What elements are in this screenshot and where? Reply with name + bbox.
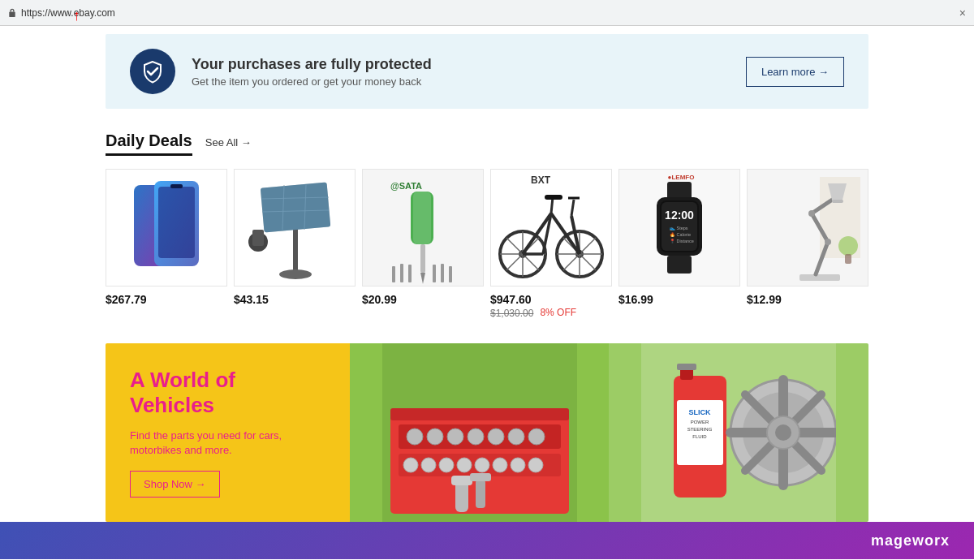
shield-icon-circle [130, 49, 175, 94]
bike-original-price: $1,030.00 [490, 308, 533, 319]
bike-image-svg: BXT [494, 169, 608, 286]
svg-point-84 [457, 458, 472, 472]
screwdriver-image-svg: @SATA [366, 169, 480, 286]
svg-point-74 [427, 429, 443, 445]
svg-rect-5 [293, 226, 298, 274]
vehicles-middle-image [350, 343, 610, 522]
protection-subtitle: Get the item you ordered or get your mon… [192, 75, 432, 88]
svg-text:@SATA: @SATA [390, 181, 422, 191]
svg-rect-12 [261, 183, 330, 233]
svg-text:12:00: 12:00 [665, 209, 694, 222]
product-card-watch[interactable]: ●LEMFO 12:00 👟 Steps [618, 169, 740, 319]
shield-check-icon [140, 58, 166, 84]
svg-rect-24 [441, 264, 444, 282]
solar-image-svg [238, 169, 351, 286]
svg-rect-18 [420, 244, 425, 273]
svg-rect-64 [832, 200, 843, 203]
svg-point-87 [511, 458, 525, 472]
mageworx-footer: mageworx [0, 522, 974, 559]
bike-price-row: $1,030.00 8% OFF [490, 306, 612, 319]
product-price-lamp: $12.99 [747, 293, 868, 306]
vehicles-title: A World of Vehicles [130, 368, 325, 418]
svg-rect-59 [799, 274, 840, 281]
vehicles-products-svg: SLICK POWER STEERING FLUID [641, 343, 836, 522]
products-grid: $267.79 [106, 169, 868, 319]
svg-rect-50 [667, 256, 692, 274]
product-price-screwdriver: $20.99 [362, 293, 484, 306]
svg-rect-22 [408, 265, 412, 282]
vehicles-left: A World of Vehicles Find the parts you n… [106, 343, 350, 522]
svg-text:●LEMFO: ●LEMFO [668, 174, 695, 181]
svg-point-81 [403, 458, 418, 472]
svg-rect-4 [170, 184, 183, 188]
svg-text:📍 Distance: 📍 Distance [670, 238, 694, 244]
svg-point-66 [808, 210, 815, 217]
svg-point-83 [439, 458, 454, 472]
svg-rect-44 [545, 195, 562, 200]
svg-text:👟 Steps: 👟 Steps [670, 225, 688, 231]
svg-point-86 [493, 458, 507, 472]
product-image-lamp [747, 169, 868, 286]
svg-rect-90 [451, 476, 472, 485]
bike-discount: 8% OFF [540, 307, 576, 318]
product-price-bike: $947.60 [490, 293, 612, 306]
see-all-link[interactable]: See All → [205, 136, 252, 149]
protection-left: Your purchases are fully protected Get t… [130, 49, 432, 94]
svg-rect-14 [252, 230, 264, 246]
svg-rect-25 [449, 266, 452, 282]
svg-rect-3 [158, 187, 195, 258]
svg-text:FLUID: FLUID [693, 434, 708, 439]
svg-rect-0 [9, 11, 15, 16]
daily-deals-section: Daily Deals See All → [106, 131, 868, 319]
daily-deals-header: Daily Deals See All → [106, 131, 868, 156]
vehicles-banner: A World of Vehicles Find the parts you n… [106, 343, 868, 522]
vehicles-right-image: SLICK POWER STEERING FLUID [609, 343, 868, 522]
svg-text:STEERING: STEERING [687, 427, 713, 432]
svg-point-73 [407, 429, 423, 445]
lock-icon [8, 8, 16, 18]
url-text: https://www.ebay.com [21, 7, 115, 19]
svg-point-6 [279, 269, 312, 279]
product-price-phone: $267.79 [106, 293, 227, 306]
protection-text: Your purchases are fully protected Get t… [192, 56, 432, 88]
svg-line-45 [571, 200, 574, 216]
svg-text:BXT: BXT [531, 174, 551, 186]
product-image-watch: ●LEMFO 12:00 👟 Steps [618, 169, 740, 286]
svg-point-78 [508, 429, 524, 445]
product-card-phone[interactable]: $267.79 [106, 169, 227, 319]
vehicles-subtitle: Find the parts you need for cars, motorb… [130, 429, 325, 458]
learn-more-button[interactable]: Learn more → [746, 57, 844, 87]
shop-now-button[interactable]: Shop Now → [130, 471, 220, 498]
product-card-screwdriver[interactable]: @SATA [362, 169, 484, 319]
product-card-solar[interactable]: $43.15 [234, 169, 356, 319]
svg-point-77 [488, 429, 504, 445]
svg-rect-17 [413, 192, 431, 244]
svg-rect-71 [390, 408, 569, 420]
svg-point-88 [528, 458, 543, 472]
product-image-screwdriver: @SATA [362, 169, 484, 286]
svg-point-67 [838, 236, 858, 256]
svg-point-76 [468, 429, 484, 445]
close-tab-button[interactable]: × [959, 6, 966, 19]
page-content: Your purchases are fully protected Get t… [0, 34, 974, 522]
tool-set-svg [382, 343, 577, 522]
product-image-solar [234, 169, 356, 286]
svg-point-85 [475, 458, 489, 472]
svg-point-109 [775, 424, 791, 441]
svg-text:🔥 Calorie: 🔥 Calorie [670, 231, 691, 238]
lamp-image-svg [751, 169, 864, 286]
svg-text:SLICK: SLICK [689, 408, 712, 416]
svg-rect-23 [433, 265, 436, 282]
product-card-bike[interactable]: BXT [490, 169, 612, 319]
product-price-watch: $16.99 [618, 293, 740, 306]
svg-rect-96 [677, 364, 696, 370]
svg-text:POWER: POWER [691, 420, 709, 424]
product-card-lamp[interactable]: $12.99 [747, 169, 868, 319]
svg-rect-91 [476, 480, 485, 508]
watch-image-svg: ●LEMFO 12:00 👟 Steps [623, 169, 736, 286]
mageworx-brand: mageworx [871, 532, 950, 549]
url-bar[interactable]: https://www.ebay.com [8, 7, 115, 19]
browser-chrome: https://www.ebay.com ↑ × [0, 0, 974, 26]
product-image-bike: BXT [490, 169, 612, 286]
svg-rect-20 [392, 266, 395, 282]
